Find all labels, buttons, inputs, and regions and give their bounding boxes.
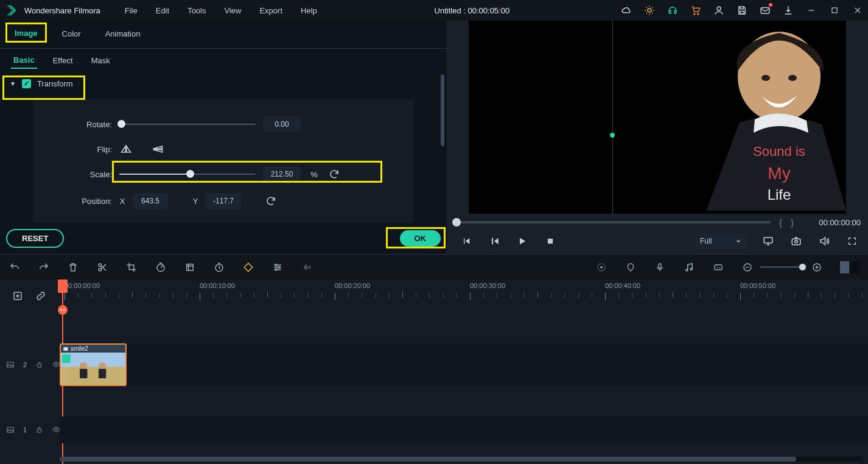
close-icon[interactable] [852, 5, 863, 16]
svg-point-25 [601, 266, 603, 268]
collapse-triangle-icon[interactable]: ▼ [10, 80, 16, 87]
preview-quality-select[interactable]: Full [695, 233, 746, 249]
subtab-mask[interactable]: Mask [89, 54, 113, 68]
speed-icon[interactable] [155, 261, 167, 273]
prev-frame-icon[interactable] [460, 235, 472, 247]
preview-scrub-track[interactable] [454, 221, 771, 223]
redo-icon[interactable] [38, 261, 50, 273]
fullscreen-icon[interactable] [846, 235, 858, 247]
scale-value[interactable]: 212.50 [263, 166, 301, 182]
delete-icon[interactable] [67, 261, 79, 273]
svg-rect-29 [715, 265, 722, 270]
svg-point-38 [80, 362, 87, 370]
user-icon[interactable] [713, 5, 724, 16]
mail-icon[interactable] [760, 5, 771, 16]
layout-toggle[interactable] [840, 261, 859, 273]
track-lock-1-icon[interactable] [35, 426, 43, 435]
position-reset-icon[interactable] [264, 194, 278, 208]
crop-icon[interactable] [125, 261, 138, 273]
mark-icon[interactable] [625, 261, 637, 273]
cart-icon[interactable] [690, 5, 701, 16]
menu-edit[interactable]: Edit [150, 4, 175, 18]
timeline-hscroll[interactable] [60, 457, 862, 462]
maximize-icon[interactable] [829, 5, 840, 16]
ok-button[interactable]: OK [400, 230, 441, 247]
track-body-1[interactable] [60, 417, 868, 443]
scale-unit: % [308, 170, 320, 179]
duration-icon[interactable] [213, 261, 225, 273]
mark-in-icon[interactable]: { [779, 217, 782, 228]
adjust-icon[interactable] [271, 261, 284, 273]
scale-label: Scale: [69, 170, 112, 179]
preview-quality-value: Full [700, 237, 712, 245]
volume-icon[interactable] [818, 235, 830, 247]
freeze-icon[interactable] [184, 261, 196, 273]
zoom-slider[interactable] [760, 266, 805, 268]
save-icon[interactable] [737, 5, 747, 16]
flip-horizontal-icon[interactable] [119, 143, 133, 155]
minimize-icon[interactable] [806, 5, 817, 16]
stop-icon[interactable] [544, 235, 556, 247]
zoom-out-icon[interactable] [741, 261, 754, 273]
clip-name: smile2 [71, 345, 88, 352]
track-head-1: 1 [0, 426, 60, 435]
menu-file[interactable]: File [119, 4, 144, 18]
clip-smile2[interactable]: smile2 [60, 343, 127, 386]
undo-icon[interactable] [9, 261, 21, 273]
play-pause-icon[interactable] [488, 235, 500, 247]
audiomix-icon[interactable] [683, 261, 695, 273]
subtab-basic[interactable]: Basic [11, 54, 37, 69]
caption-icon[interactable] [712, 261, 724, 273]
svg-point-27 [686, 269, 688, 271]
rotate-slider[interactable] [119, 119, 256, 129]
tab-animation[interactable]: Animation [100, 27, 145, 41]
menu-view[interactable]: View [218, 4, 247, 18]
reset-button[interactable]: RESET [6, 229, 64, 248]
scale-slider[interactable] [119, 169, 256, 179]
play-icon[interactable] [516, 235, 528, 247]
preview-timecode: 00:00:00:00 [802, 218, 861, 227]
keyframe-icon[interactable] [242, 261, 254, 273]
transform-checkbox[interactable] [22, 79, 31, 88]
add-track-icon[interactable] [12, 290, 24, 303]
position-row: Position: X 643.5 Y -117.7 [69, 193, 377, 209]
pos-y-value[interactable]: -117.7 [206, 193, 241, 209]
svg-rect-41 [99, 369, 106, 378]
headset-icon[interactable] [667, 5, 678, 16]
tab-image[interactable]: Image [10, 27, 43, 42]
subtab-effect[interactable]: Effect [51, 54, 75, 68]
track-row-2: 2 smile2 [0, 343, 868, 386]
zoom-in-icon[interactable] [811, 261, 823, 273]
cloud-icon[interactable] [621, 5, 632, 16]
track-lock-2-icon[interactable] [35, 360, 43, 370]
rotate-value[interactable]: 0.00 [263, 116, 301, 132]
menu-tools[interactable]: Tools [181, 4, 212, 18]
split-icon[interactable] [96, 261, 108, 273]
flip-vertical-icon[interactable] [151, 143, 164, 155]
track-body-2[interactable]: smile2 [60, 343, 868, 386]
scale-reset-icon[interactable] [327, 167, 341, 181]
tab-color[interactable]: Color [57, 27, 86, 41]
timeline-hscroll-thumb[interactable] [60, 457, 796, 462]
sun-icon[interactable] [644, 5, 655, 16]
mark-out-icon[interactable]: } [791, 217, 794, 228]
voiceover-icon[interactable] [654, 261, 666, 273]
preview-canvas[interactable]: Sound is My Life [469, 21, 846, 214]
menubar-right [621, 5, 863, 16]
preview-scrub-thumb[interactable] [452, 218, 461, 227]
link-icon[interactable] [35, 290, 47, 303]
menu-help[interactable]: Help [295, 4, 323, 18]
menu-export[interactable]: Export [253, 4, 289, 18]
svg-point-22 [278, 266, 280, 268]
panel-scrollbar[interactable] [441, 74, 444, 146]
download-icon[interactable] [783, 5, 794, 16]
tracks: 2 smile2 [0, 313, 868, 454]
motiontrack-icon[interactable] [595, 261, 607, 273]
pos-x-value[interactable]: 643.5 [133, 193, 168, 209]
audio-waveform-icon[interactable] [301, 261, 313, 273]
anchor-handle[interactable] [610, 133, 615, 138]
snapshot-icon[interactable] [790, 235, 802, 247]
ruler-ticks[interactable]: 00:00:00:0000:00:10:0000:00:20:0000:00:3… [60, 279, 868, 313]
monitor-icon[interactable] [762, 235, 774, 247]
transform-header[interactable]: ▼ Transform [0, 73, 447, 94]
